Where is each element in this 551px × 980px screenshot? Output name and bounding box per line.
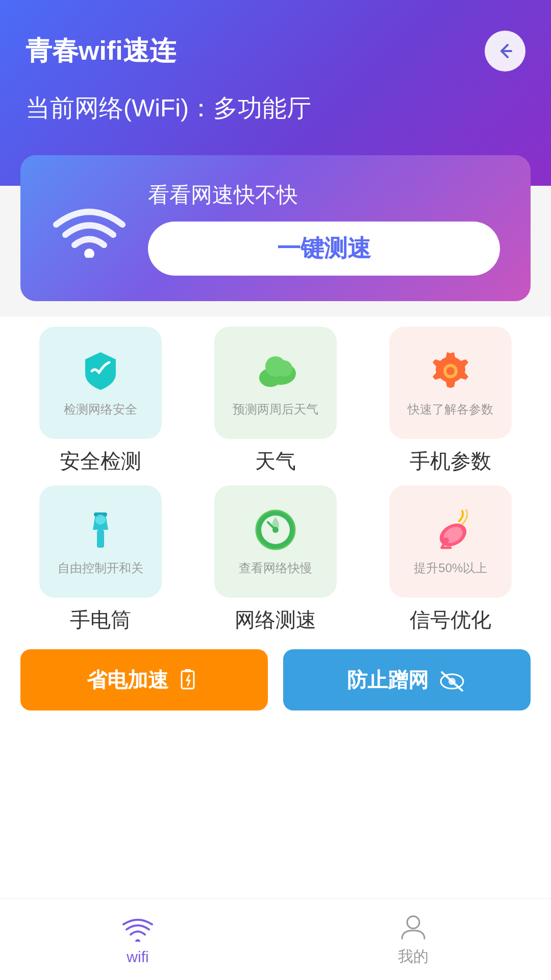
- speed-description: 看看网速快不快: [148, 181, 500, 209]
- nav-wifi-label: wifi: [127, 948, 148, 966]
- feature-card-phone-params: 快速了解各参数: [389, 327, 512, 439]
- cloud-icon: [253, 348, 298, 394]
- feature-item-torch[interactable]: 自由控制开和关 手电筒: [20, 485, 180, 634]
- network-speed-name: 网络测速: [235, 606, 316, 634]
- signal-name: 信号优化: [410, 606, 491, 634]
- nav-item-my[interactable]: 我的: [276, 912, 551, 967]
- svg-point-5: [276, 360, 292, 377]
- svg-rect-21: [185, 669, 191, 672]
- feature-card-weather: 预测两周后天气: [214, 327, 337, 439]
- nav-item-wifi[interactable]: wifi: [0, 914, 276, 966]
- feature-grid-row2: 自由控制开和关 手电筒 查看网络快慢 网络测速: [20, 485, 531, 634]
- network-speed-desc: 查看网络快慢: [239, 560, 312, 576]
- nav-wifi-icon: [120, 914, 156, 944]
- phone-params-name: 手机参数: [410, 447, 491, 475]
- feature-card-torch: 自由控制开和关: [39, 485, 162, 598]
- nav-user-icon: [398, 912, 429, 942]
- signal-icon: [428, 507, 473, 553]
- power-boost-card[interactable]: 省电加速: [20, 649, 268, 710]
- phone-params-desc: 快速了解各参数: [408, 401, 493, 418]
- wifi-signal-icon: [51, 197, 128, 260]
- feature-card-signal: 提升50%以上: [389, 485, 512, 598]
- header-top: 青春wifi速连: [26, 31, 525, 71]
- feature-item-weather[interactable]: 预测两周后天气 天气: [195, 327, 355, 475]
- torch-name: 手电筒: [70, 606, 131, 634]
- torch-icon: [78, 507, 123, 553]
- svg-rect-8: [97, 530, 104, 548]
- bottom-cards: 省电加速 防止蹭网: [20, 649, 531, 710]
- back-button[interactable]: [485, 31, 525, 71]
- svg-point-11: [95, 514, 106, 525]
- svg-point-7: [446, 367, 455, 375]
- torch-desc: 自由控制开和关: [58, 560, 143, 576]
- gear-icon: [428, 348, 473, 394]
- weather-desc: 预测两周后天气: [233, 401, 318, 418]
- power-boost-label: 省电加速: [87, 666, 168, 694]
- current-network-label: 当前网络(WiFi)：多功能厅: [26, 92, 525, 125]
- speed-test-card: 看看网速快不快 一键测速: [20, 155, 531, 301]
- speed-test-button[interactable]: 一键测速: [148, 222, 500, 276]
- bottom-navigation: wifi 我的: [0, 898, 551, 980]
- feature-item-security[interactable]: 检测网络安全 安全检测: [20, 327, 180, 475]
- anti-rub-label: 防止蹭网: [347, 666, 429, 694]
- main-content: 检测网络安全 安全检测 预测两周后天气 天气: [0, 316, 551, 929]
- feature-grid-row1: 检测网络安全 安全检测 预测两周后天气 天气: [20, 327, 531, 475]
- feature-card-security: 检测网络安全: [39, 327, 162, 439]
- security-name: 安全检测: [60, 447, 141, 475]
- signal-desc: 提升50%以上: [414, 560, 487, 576]
- weather-name: 天气: [255, 447, 296, 475]
- speedometer-icon: [253, 507, 298, 553]
- svg-point-1: [84, 249, 94, 258]
- anti-rub-card[interactable]: 防止蹭网: [283, 649, 531, 710]
- svg-point-29: [407, 916, 419, 928]
- security-desc: 检测网络安全: [64, 401, 137, 418]
- shield-icon: [78, 348, 123, 394]
- speed-card-content: 看看网速快不快 一键测速: [148, 181, 500, 276]
- svg-point-28: [135, 939, 140, 942]
- feature-card-network-speed: 查看网络快慢: [214, 485, 337, 598]
- nav-my-label: 我的: [398, 946, 429, 967]
- feature-item-network-speed[interactable]: 查看网络快慢 网络测速: [195, 485, 355, 634]
- feature-item-phone-params[interactable]: 快速了解各参数 手机参数: [371, 327, 531, 475]
- app-title: 青春wifi速连: [26, 33, 176, 69]
- feature-item-signal[interactable]: 提升50%以上 信号优化: [371, 485, 531, 634]
